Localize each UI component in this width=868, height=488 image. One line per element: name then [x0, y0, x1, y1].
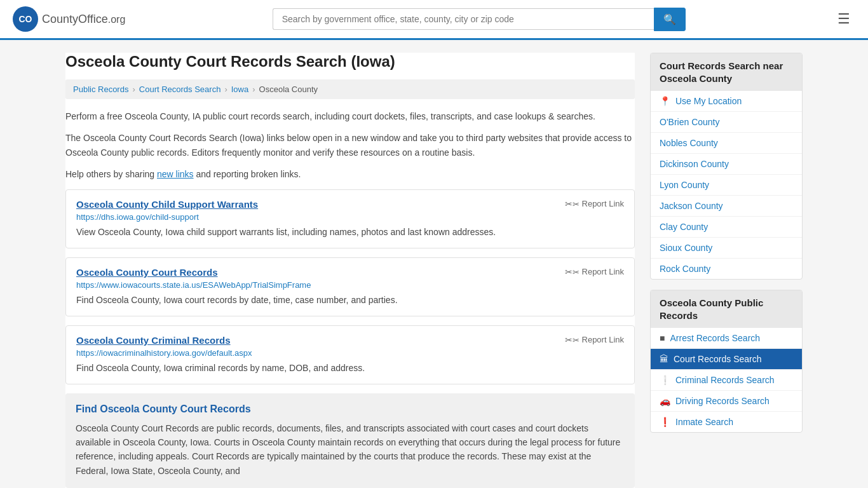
description-3: Help others by sharing new links and rep…	[65, 167, 635, 181]
court-records-link[interactable]: Court Records Search	[674, 354, 762, 364]
arrest-icon: ■	[660, 333, 665, 343]
report-icon-2: ✂	[565, 267, 580, 277]
find-section-text: Osceola County Court Records are public …	[76, 421, 625, 478]
result-item-2: Osceola County Court Records ✂ Report Li…	[65, 257, 635, 316]
sidebar-item-clay[interactable]: Clay County	[651, 217, 802, 238]
jackson-county-link[interactable]: Jackson County	[660, 201, 723, 211]
result-desc-2: Find Osceola County, Iowa court records …	[76, 294, 624, 307]
breadcrumb-sep-1: ›	[132, 85, 135, 94]
location-icon: 📍	[660, 96, 670, 106]
nobles-county-link[interactable]: Nobles County	[660, 138, 718, 148]
report-link-1[interactable]: ✂ Report Link	[565, 199, 624, 209]
logo-text: CountyOffice.org	[42, 13, 125, 26]
find-section-title: Find Osceola County Court Records	[76, 403, 625, 415]
description-2: The Osceola County Court Records Search …	[65, 131, 635, 159]
public-records-header: Osceola County Public Records	[651, 290, 802, 328]
public-records-section: Osceola County Public Records ■ Arrest R…	[650, 290, 803, 433]
inmate-search-link[interactable]: Inmate Search	[675, 417, 733, 427]
sidebar-item-driving[interactable]: 🚗 Driving Records Search	[651, 391, 802, 412]
search-button[interactable]: 🔍	[654, 8, 686, 31]
criminal-icon: ❕	[660, 375, 670, 385]
driving-records-link[interactable]: Driving Records Search	[675, 396, 770, 406]
result-url-3[interactable]: https://iowacriminalhistory.iowa.gov/def…	[76, 348, 624, 358]
result-url-2[interactable]: https://www.iowacourts.state.ia.us/ESAWe…	[76, 280, 624, 290]
logo-brand: CountyOffice	[42, 13, 108, 25]
hamburger-icon: ☰	[837, 11, 850, 27]
nearby-section: Court Records Search near Osceola County…	[650, 53, 803, 280]
sidebar-item-nobles[interactable]: Nobles County	[651, 133, 802, 154]
search-bar: 🔍	[273, 8, 686, 31]
clay-county-link[interactable]: Clay County	[660, 222, 708, 232]
sidebar-item-use-location[interactable]: 📍 Use My Location	[651, 91, 802, 112]
sioux-county-link[interactable]: Sioux County	[660, 243, 712, 253]
menu-button[interactable]: ☰	[832, 8, 855, 30]
use-my-location-link[interactable]: Use My Location	[675, 96, 742, 106]
sidebar-item-arrest[interactable]: ■ Arrest Records Search	[651, 328, 802, 349]
page-title: Osceola County Court Records Search (Iow…	[65, 53, 635, 71]
arrest-records-link[interactable]: Arrest Records Search	[670, 333, 760, 343]
sidebar-item-obrien[interactable]: O'Brien County	[651, 112, 802, 133]
result-desc-1: View Osceola County, Iowa child support …	[76, 226, 624, 239]
criminal-records-link[interactable]: Criminal Records Search	[675, 375, 775, 385]
breadcrumb-sep-3: ›	[252, 85, 255, 94]
search-icon: 🔍	[663, 14, 676, 25]
logo-tld: .org	[108, 14, 126, 25]
sidebar-item-court[interactable]: 🏛 Court Records Search	[651, 349, 802, 370]
find-section: Find Osceola County Court Records Osceol…	[65, 393, 635, 488]
breadcrumb-sep-2: ›	[224, 85, 227, 94]
description-1: Perform a free Osceola County, IA public…	[65, 109, 635, 123]
breadcrumb: Public Records › Court Records Search › …	[65, 79, 635, 99]
report-icon-1: ✂	[565, 199, 580, 209]
breadcrumb-iowa[interactable]: Iowa	[231, 85, 248, 94]
result-item-3: Osceola County Criminal Records ✂ Report…	[65, 325, 635, 384]
driving-icon: 🚗	[660, 396, 670, 406]
sidebar-item-rock[interactable]: Rock County	[651, 259, 802, 279]
logo-icon: CO	[13, 6, 38, 32]
report-link-2[interactable]: ✂ Report Link	[565, 267, 624, 277]
court-icon: 🏛	[660, 354, 668, 364]
breadcrumb-public-records[interactable]: Public Records	[73, 85, 128, 94]
result-title-2[interactable]: Osceola County Court Records	[76, 267, 218, 278]
logo-area[interactable]: CO CountyOffice.org	[13, 6, 125, 32]
sidebar-item-inmate[interactable]: ❗ Inmate Search	[651, 412, 802, 432]
report-link-3[interactable]: ✂ Report Link	[565, 335, 624, 345]
result-desc-3: Find Osceola County, Iowa criminal recor…	[76, 362, 624, 375]
svg-text:CO: CO	[19, 14, 32, 24]
lyon-county-link[interactable]: Lyon County	[660, 180, 709, 190]
sidebar-item-dickinson[interactable]: Dickinson County	[651, 154, 802, 175]
new-links-link[interactable]: new links	[157, 169, 194, 179]
search-input[interactable]	[273, 8, 654, 30]
sidebar: Court Records Search near Osceola County…	[650, 53, 803, 488]
obrien-county-link[interactable]: O'Brien County	[660, 117, 720, 127]
nearby-header: Court Records Search near Osceola County	[651, 53, 802, 91]
result-url-1[interactable]: https://dhs.iowa.gov/child-support	[76, 212, 624, 222]
result-item-1: Osceola County Child Support Warrants ✂ …	[65, 189, 635, 248]
breadcrumb-court-records[interactable]: Court Records Search	[139, 85, 221, 94]
sidebar-item-jackson[interactable]: Jackson County	[651, 196, 802, 217]
sidebar-item-sioux[interactable]: Sioux County	[651, 238, 802, 259]
result-title-1[interactable]: Osceola County Child Support Warrants	[76, 199, 258, 210]
breadcrumb-current: Osceola County	[259, 85, 318, 94]
sidebar-item-lyon[interactable]: Lyon County	[651, 175, 802, 196]
sidebar-item-criminal[interactable]: ❕ Criminal Records Search	[651, 370, 802, 391]
dickinson-county-link[interactable]: Dickinson County	[660, 159, 729, 169]
inmate-icon: ❗	[660, 417, 670, 427]
rock-county-link[interactable]: Rock County	[660, 264, 710, 274]
report-icon-3: ✂	[565, 335, 580, 345]
result-title-3[interactable]: Osceola County Criminal Records	[76, 335, 231, 346]
